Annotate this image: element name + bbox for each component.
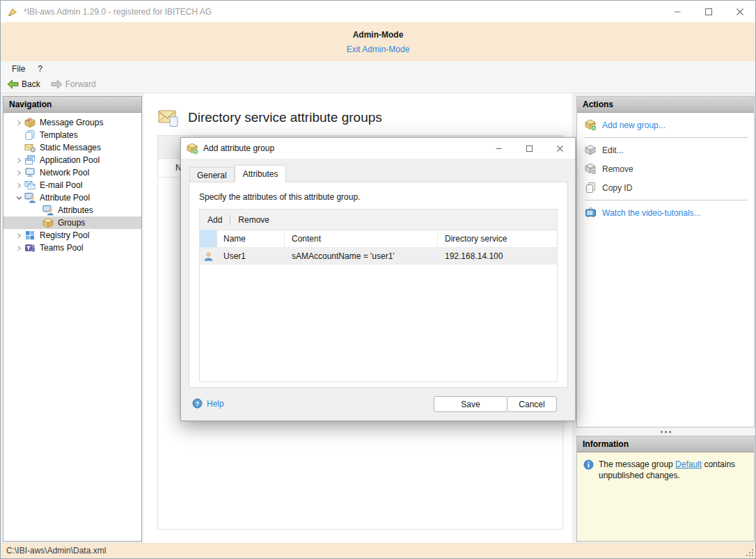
chevron-collapsed-icon[interactable] [13,242,24,253]
tree-item-network-pool[interactable]: Network Pool [3,166,141,179]
tree-item-groups-selected[interactable]: Groups [3,216,141,229]
information-panel: Information The message group Default co… [576,436,755,542]
add-attribute-button[interactable]: Add [200,212,230,228]
tree-item-label: Attribute Pool [40,193,90,203]
templates-icon [24,129,36,141]
icon-column-header[interactable] [200,230,217,247]
directory-service-column-header[interactable]: Directory service [438,230,557,247]
minimize-button[interactable] [661,1,693,22]
page-heading: Directory service attribute groups [143,93,572,129]
actions-panel: Actions Add new group... Edit... Remove … [576,96,755,427]
dialog-close-button[interactable] [544,138,575,159]
tree-item-label: Groups [58,218,85,228]
tab-general[interactable]: General [189,167,235,182]
teams-pool-icon [24,242,36,253]
action-label: Add new group... [602,120,666,130]
info-icon [583,459,594,470]
tree-item-label: Application Pool [40,155,100,165]
application-pool-icon [24,155,36,166]
information-message: The message group Default contains unpub… [599,459,748,481]
tree-item-attribute-pool[interactable]: Attribute Pool [3,191,141,204]
admin-mode-label: Admin-Mode [1,30,755,40]
dialog-title: Add attribute group [203,143,274,153]
help-icon: ? [192,398,203,409]
close-button[interactable] [724,1,755,22]
add-attribute-group-dialog: Add attribute group General Attributes S… [180,137,576,421]
tree-item-label: Teams Pool [40,243,84,253]
statusbar-file-path: C:\IBI-aws\Admin\Data.xml [6,546,106,556]
resize-grip[interactable] [745,548,753,556]
cancel-button[interactable]: Cancel [507,396,557,412]
chevron-collapsed-icon[interactable] [13,230,24,241]
action-watch-tutorials[interactable]: Watch the video-tutorials... [577,203,754,222]
back-button[interactable]: Back [3,78,45,90]
action-label: Copy ID [602,183,632,193]
row-directory-service-cell: 192.168.14.100 [438,248,557,265]
minimize-icon [673,8,682,16]
information-panel-header: Information [577,436,754,452]
dialog-titlebar: Add attribute group [181,138,575,159]
message-groups-icon [24,117,36,128]
action-edit[interactable]: Edit... [577,141,754,159]
panel-splitter[interactable] [576,427,755,436]
dialog-description: Specify the attributes of this attribute… [189,182,567,209]
tree-item-label: E-mail Pool [40,180,82,190]
chevron-collapsed-icon[interactable] [13,180,24,191]
table-row[interactable]: User1 sAMAccountName = 'user1' 192.168.1… [200,248,557,265]
tree-item-email-pool[interactable]: E-mail Pool [3,179,141,191]
chevron-expanded-icon[interactable] [13,192,24,203]
tab-attributes[interactable]: Attributes [235,165,287,182]
dialog-minimize-button[interactable] [483,138,514,159]
chevron-collapsed-icon[interactable] [13,167,24,178]
menu-help[interactable]: ? [31,63,49,75]
save-button[interactable]: Save [434,396,507,412]
email-pool-icon [24,180,36,191]
network-pool-icon [24,167,36,178]
attributes-list-empty-area [200,265,557,381]
maximize-button[interactable] [693,1,724,22]
exit-admin-mode-link[interactable]: Exit Admin-Mode [347,45,410,54]
navigation-panel-header: Navigation [3,97,141,113]
menu-file[interactable]: File [6,63,31,75]
forward-button[interactable]: Forward [47,78,100,90]
tree-item-templates[interactable]: Templates [3,129,141,141]
tree-item-teams-pool[interactable]: Teams Pool [3,242,141,254]
minimize-icon [495,145,503,152]
row-content-cell: sAMAccountName = 'user1' [285,248,438,265]
default-group-link[interactable]: Default [675,459,702,469]
tree-item-static-messages[interactable]: Static Messages [3,141,141,154]
maximize-icon [704,8,713,16]
remove-group-icon [585,163,597,175]
action-add-new-group[interactable]: Add new group... [577,116,754,134]
add-attribute-group-icon [187,143,198,155]
chevron-collapsed-icon[interactable] [13,117,24,128]
navigation-panel: Navigation Message Groups Templates Stat… [3,96,142,542]
user-icon [203,251,214,262]
actions-panel-header: Actions [577,97,754,113]
close-icon [736,8,744,16]
tree-item-application-pool[interactable]: Application Pool [3,154,141,166]
dialog-maximize-button[interactable] [514,138,544,159]
remove-attribute-button[interactable]: Remove [230,212,277,228]
action-label: Edit... [602,145,624,155]
add-group-icon [585,119,597,131]
attributes-tab-page: Specify the attributes of this attribute… [189,182,568,388]
tree-item-attributes[interactable]: Attributes [3,204,141,216]
app-window: *IBI-aws Admin 1.29.0 - registered for I… [0,0,756,559]
action-copy-id[interactable]: Copy ID [577,178,754,197]
page-title: Directory service attribute groups [188,110,382,125]
tree-item-label: Network Pool [40,168,89,178]
help-link[interactable]: ? Help [192,398,224,409]
navigation-toolbar: Back Forward [1,76,755,93]
actions-separator [585,200,748,200]
back-arrow-icon [7,79,19,89]
tree-item-registry-pool[interactable]: Registry Pool [3,229,141,242]
content-column-header[interactable]: Content [285,230,438,247]
copy-id-icon [585,182,597,194]
chevron-collapsed-icon[interactable] [13,155,24,166]
action-remove[interactable]: Remove [577,159,754,178]
actions-separator [585,137,748,138]
name-column-header[interactable]: Name [217,230,285,247]
tree-item-message-groups[interactable]: Message Groups [3,116,141,129]
close-icon [556,145,564,152]
